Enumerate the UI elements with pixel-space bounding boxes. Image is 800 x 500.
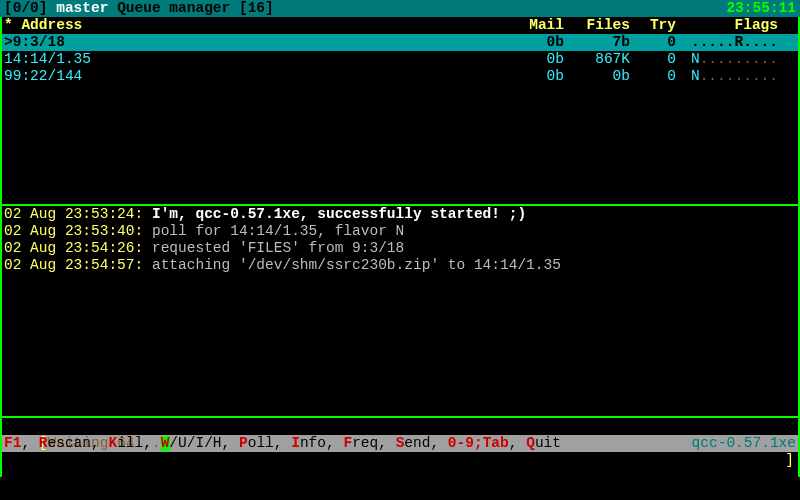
hotkey[interactable]: Poll, xyxy=(239,435,291,451)
footer-bar: F1, Rescan, Kill, W/U/I/H, Poll, Info, F… xyxy=(0,435,800,452)
app-root: [0/0] master Queue manager [16] 23:55:11… xyxy=(0,0,800,500)
col-address: * Address xyxy=(4,17,512,34)
log-line: 02 Aug 23:54:57: attaching '/dev/shm/ssr… xyxy=(4,257,796,274)
table-row[interactable]: >9:3/180b7b0.....R.... xyxy=(0,34,800,51)
log-line: 02 Aug 23:53:40: poll for 14:14/1.35, fl… xyxy=(4,223,796,240)
brand-label: qcc-0.57.1xe xyxy=(692,435,796,452)
log-line: 02 Aug 23:53:24: I'm, qcc-0.57.1xe, succ… xyxy=(4,206,796,223)
queue-list[interactable]: >9:3/180b7b0.....R.... 14:14/1.350b867K0… xyxy=(0,34,800,204)
col-mail: Mail xyxy=(512,17,564,34)
hotkey[interactable]: Send, xyxy=(396,435,448,451)
hotkey[interactable]: 0-9;Tab, xyxy=(448,435,526,451)
log-pane: 02 Aug 23:53:24: I'm, qcc-0.57.1xe, succ… xyxy=(0,206,800,416)
hotkey[interactable]: Freq, xyxy=(343,435,395,451)
status-line: [Waiting 64... ] xyxy=(0,418,800,435)
title-text: [0/0] master Queue manager [16] xyxy=(4,0,274,17)
hotkey[interactable]: Rescan, xyxy=(39,435,109,451)
frame-border-left xyxy=(0,17,2,477)
table-row[interactable]: 14:14/1.350b867K0N......... xyxy=(0,51,800,68)
table-row[interactable]: 99:22/1440b0b0N......... xyxy=(0,68,800,85)
hotkey-hints: F1, Rescan, Kill, W/U/I/H, Poll, Info, F… xyxy=(4,435,561,452)
col-try: Try xyxy=(630,17,676,34)
col-flags: Flags xyxy=(676,17,786,34)
hotkey[interactable]: W/U/I/H, xyxy=(161,435,239,451)
title-bar: [0/0] master Queue manager [16] 23:55:11 xyxy=(0,0,800,17)
hotkey[interactable]: Info, xyxy=(291,435,343,451)
column-headers: * Address Mail Files Try Flags xyxy=(0,17,800,34)
hotkey[interactable]: Kill, xyxy=(108,435,160,451)
clock: 23:55:11 xyxy=(726,0,796,17)
hotkey[interactable]: Quit xyxy=(526,435,561,451)
status-bracket-close: ] xyxy=(785,452,794,468)
log-line: 02 Aug 23:54:26: requested 'FILES' from … xyxy=(4,240,796,257)
hotkey[interactable]: F1, xyxy=(4,435,39,451)
col-files: Files xyxy=(564,17,630,34)
